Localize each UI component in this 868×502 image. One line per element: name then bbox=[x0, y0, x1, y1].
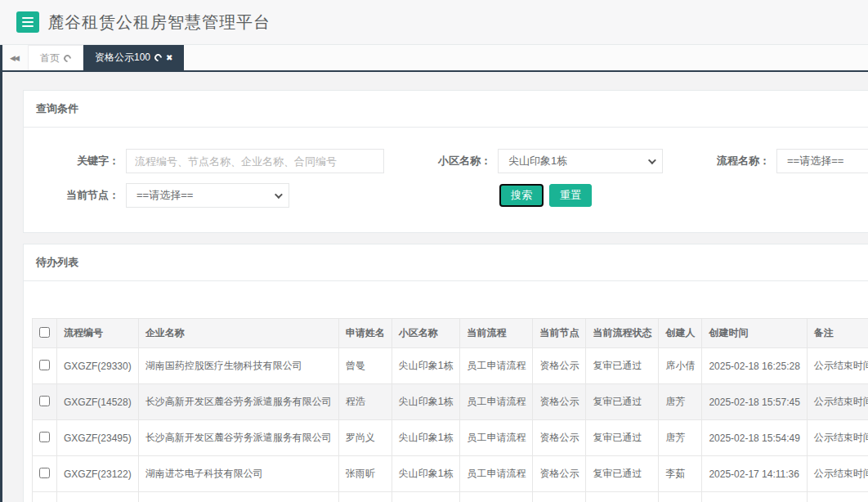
cell-community: 尖山印象1栋 bbox=[391, 456, 460, 492]
cell-current-node: 资格公示 bbox=[533, 348, 586, 384]
table-row[interactable]: GXGZF(23495) 长沙高新开发区麓谷劳务派遣服务有限公司 罗尚义 尖山印… bbox=[33, 420, 868, 456]
query-panel-title: 查询条件 bbox=[24, 91, 868, 128]
cell-current-process: 员工申请流程 bbox=[460, 384, 533, 420]
row-checkbox[interactable] bbox=[39, 396, 50, 406]
cell-process-no: GXGZF(23495) bbox=[57, 420, 139, 456]
col-header-creator: 创建人 bbox=[659, 319, 702, 348]
node-select[interactable]: ==请选择== bbox=[126, 183, 289, 208]
cell-creator: 席小倩 bbox=[659, 348, 702, 384]
row-checkbox[interactable] bbox=[39, 432, 50, 442]
cell-company: 湖南国药控股医疗生物科技有限公司 bbox=[138, 348, 338, 384]
table-header-row: 流程编号 企业名称 申请姓名 小区名称 当前流程 当前节点 当前流程状态 创建人… bbox=[33, 319, 868, 348]
cell-applicant: 张雨昕 bbox=[338, 456, 391, 492]
todo-panel-title: 待办列表 bbox=[24, 244, 868, 281]
cell-creator: 唐芳 bbox=[659, 384, 702, 420]
col-header-create-time: 创建时间 bbox=[702, 319, 807, 348]
cell-process-status: 复审已通过 bbox=[586, 420, 659, 456]
select-all-checkbox[interactable] bbox=[39, 327, 50, 338]
page-title: 麓谷租赁公租房智慧管理平台 bbox=[47, 11, 271, 34]
col-header-process-no: 流程编号 bbox=[57, 319, 139, 348]
todo-table: 流程编号 企业名称 申请姓名 小区名称 当前流程 当前节点 当前流程状态 创建人… bbox=[32, 318, 868, 502]
row-checkbox[interactable] bbox=[39, 360, 50, 370]
cell-creator: 甘小双 bbox=[659, 492, 702, 502]
table-row[interactable]: GXGZF(29209) 长沙中兴软件有限责任公司 赵琴 尖山印象1栋 员工申请… bbox=[33, 492, 868, 502]
cell-current-node: 资格公示 bbox=[533, 420, 586, 456]
tab-home-label: 首页 bbox=[40, 52, 60, 65]
cell-applicant: 罗尚义 bbox=[338, 420, 391, 456]
cell-community: 尖山印象1栋 bbox=[391, 420, 460, 456]
cell-process-status: 复审已通过 bbox=[586, 384, 659, 420]
cell-applicant: 赵琴 bbox=[338, 492, 391, 502]
row-checkbox[interactable] bbox=[39, 468, 50, 478]
col-header-current-process: 当前流程 bbox=[460, 319, 533, 348]
table-row[interactable]: GXGZF(29330) 湖南国药控股医疗生物科技有限公司 曾曼 尖山印象1栋 … bbox=[33, 348, 868, 384]
reset-button[interactable]: 重置 bbox=[549, 184, 592, 207]
cell-current-node: 资格公示 bbox=[533, 456, 586, 492]
table-row[interactable]: GXGZF(23122) 湖南进芯电子科技有限公司 张雨昕 尖山印象1栋 员工申… bbox=[33, 456, 868, 492]
community-label: 小区名称： bbox=[384, 154, 498, 168]
chevron-down-icon bbox=[275, 190, 283, 199]
double-left-arrow-icon[interactable]: ◀◀ bbox=[0, 45, 28, 70]
todo-panel: 待办列表 流程编号 企业名称 申请姓名 小区名称 当前 bbox=[23, 244, 868, 502]
cell-company: 长沙中兴软件有限责任公司 bbox=[138, 492, 338, 502]
tab-qualification-label: 资格公示100 bbox=[95, 51, 150, 65]
hamburger-icon[interactable] bbox=[16, 11, 39, 33]
cell-company: 长沙高新开发区麓谷劳务派遣服务有限公司 bbox=[138, 420, 338, 456]
cell-current-process: 员工申请流程 bbox=[460, 420, 533, 456]
node-select-value: ==请选择== bbox=[136, 188, 193, 203]
cell-applicant: 曾曼 bbox=[338, 348, 391, 384]
cell-community: 尖山印象1栋 bbox=[391, 348, 460, 384]
process-select[interactable]: ==请选择== bbox=[776, 149, 868, 173]
tab-home[interactable]: 首页 bbox=[28, 45, 83, 70]
table-row[interactable]: GXGZF(14528) 长沙高新开发区麓谷劳务派遣服务有限公司 程浩 尖山印象… bbox=[33, 384, 868, 420]
close-icon[interactable]: ✖ bbox=[166, 54, 172, 62]
tab-bar: ◀◀ 首页 资格公示100 ✖ bbox=[0, 45, 868, 72]
cell-process-status: 复审已通过 bbox=[586, 456, 659, 492]
col-header-applicant: 申请姓名 bbox=[338, 319, 391, 348]
app-window: 麓谷租赁公租房智慧管理平台 ◀◀ 首页 资格公示100 ✖ 查询条件 关键字： … bbox=[0, 0, 868, 502]
cell-remark: 公示结束时间：2025-02-25 16:11:38 bbox=[807, 420, 868, 456]
cell-creator: 唐芳 bbox=[659, 420, 702, 456]
refresh-icon[interactable] bbox=[153, 52, 163, 63]
refresh-icon[interactable] bbox=[62, 53, 73, 64]
col-header-community: 小区名称 bbox=[391, 319, 460, 348]
cell-create-time: 2025-02-18 15:54:49 bbox=[702, 420, 807, 456]
tab-qualification-publicity[interactable]: 资格公示100 ✖ bbox=[83, 45, 184, 70]
cell-current-process: 员工申请流程 bbox=[460, 456, 533, 492]
cell-remark: 公示结束时间：2025-02-25 16:11:45 bbox=[807, 384, 868, 420]
cell-process-status: 复审已通过 bbox=[586, 348, 659, 384]
cell-process-no: GXGZF(29209) bbox=[57, 492, 139, 502]
collapsed-sidebar bbox=[0, 45, 2, 502]
cell-process-status: 复审已通过 bbox=[586, 492, 659, 502]
cell-process-no: GXGZF(29330) bbox=[57, 348, 139, 384]
top-header: 麓谷租赁公租房智慧管理平台 bbox=[0, 0, 868, 45]
col-header-company: 企业名称 bbox=[138, 319, 338, 348]
chevron-down-icon bbox=[648, 156, 656, 164]
cell-community: 尖山印象1栋 bbox=[391, 384, 460, 420]
col-header-remark: 备注 bbox=[807, 319, 868, 348]
cell-remark: 公示结束时间：2025-02-25 16:03:53 bbox=[807, 456, 868, 492]
cell-current-node: 资格公示 bbox=[533, 384, 586, 420]
cell-company: 长沙高新开发区麓谷劳务派遣服务有限公司 bbox=[138, 384, 338, 420]
process-label: 流程名称： bbox=[663, 154, 776, 168]
cell-create-time: 2025-02-17 14:11:36 bbox=[702, 456, 807, 492]
process-select-value: ==请选择== bbox=[787, 154, 843, 168]
community-select[interactable]: 尖山印象1栋 bbox=[498, 149, 663, 173]
main-content: 查询条件 关键字： 小区名称： 尖山印象1栋 流程名称： ==请选择== bbox=[0, 72, 868, 502]
keyword-label: 关键字： bbox=[42, 154, 126, 168]
cell-create-time: 2025-02-18 15:57:45 bbox=[702, 384, 807, 420]
keyword-input[interactable] bbox=[126, 149, 384, 173]
node-label: 当前节点： bbox=[42, 188, 126, 203]
col-header-process-status: 当前流程状态 bbox=[586, 319, 659, 348]
cell-create-time: 2025-02-18 16:25:28 bbox=[702, 348, 807, 384]
cell-current-node: 资格公示 bbox=[533, 492, 586, 502]
community-select-value: 尖山印象1栋 bbox=[508, 154, 567, 168]
cell-applicant: 程浩 bbox=[338, 384, 391, 420]
cell-community: 尖山印象1栋 bbox=[391, 492, 460, 502]
cell-process-no: GXGZF(23122) bbox=[57, 456, 139, 492]
search-button[interactable]: 搜索 bbox=[499, 184, 544, 207]
cell-process-no: GXGZF(14528) bbox=[57, 384, 139, 420]
col-header-current-node: 当前节点 bbox=[533, 319, 586, 348]
cell-remark: 公示结束时间：2025-02-25 10:53:32 bbox=[807, 492, 868, 502]
query-panel: 查询条件 关键字： 小区名称： 尖山印象1栋 流程名称： ==请选择== bbox=[23, 90, 868, 233]
